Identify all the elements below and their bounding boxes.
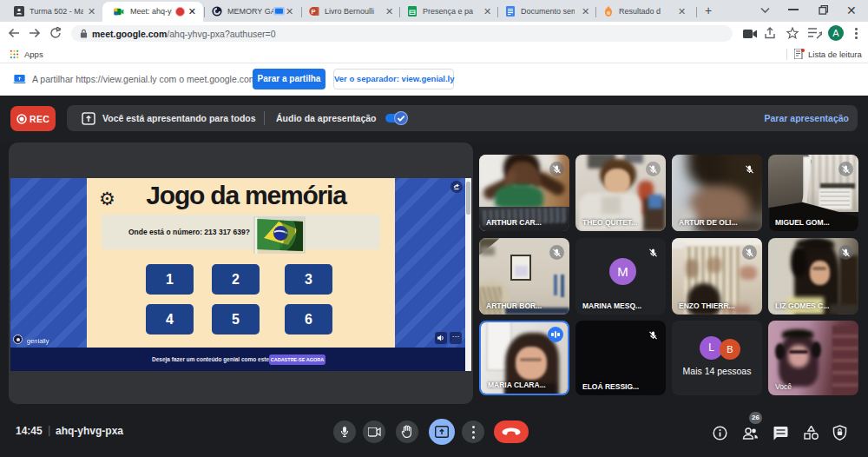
svg-text:P: P <box>311 8 315 16</box>
